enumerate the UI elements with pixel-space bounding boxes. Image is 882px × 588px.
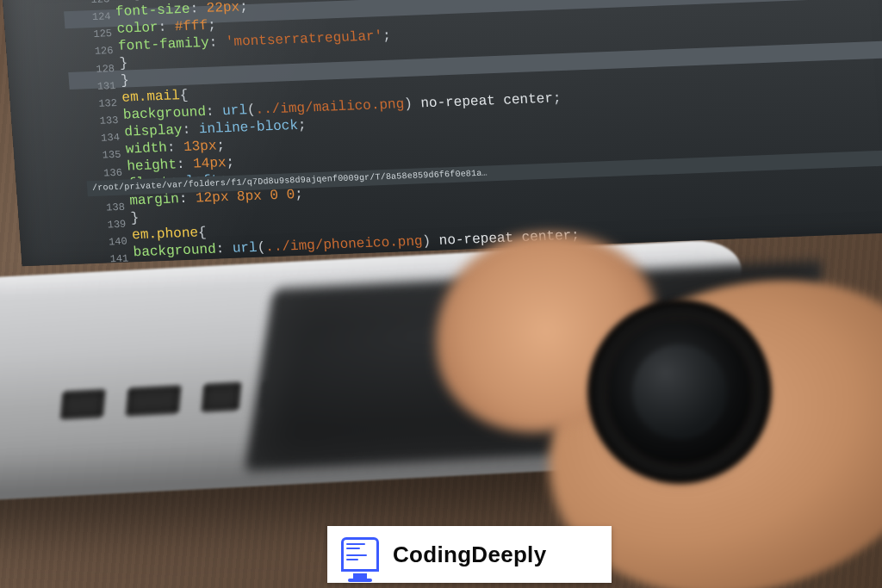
brand-name: CodingDeeply [393, 542, 546, 568]
port-ethernet [125, 385, 183, 418]
wrist-watch [606, 319, 753, 465]
port-usb [201, 381, 243, 413]
port-magSafe [59, 388, 107, 420]
laptop-screen: 1231241251261281311321331341351361371381… [0, 0, 882, 266]
brand-watermark: CodingDeeply [327, 526, 612, 583]
monitor-code-icon [341, 537, 379, 572]
editor-code: h3{ font-size: 22px; color: #fff; font-f… [114, 0, 585, 266]
